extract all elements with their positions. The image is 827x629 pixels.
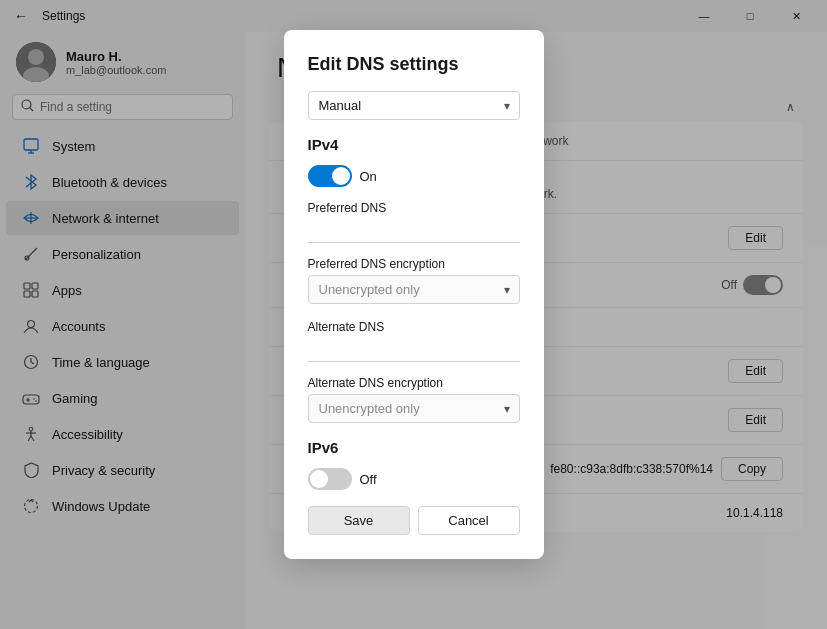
ipv6-section-label: IPv6 [308, 439, 520, 456]
ipv4-section-label: IPv4 [308, 136, 520, 153]
dialog-title: Edit DNS settings [308, 54, 520, 75]
ipv6-toggle[interactable] [308, 468, 352, 490]
ipv6-toggle-label: Off [360, 472, 377, 487]
alternate-dns-enc-dropdown[interactable]: Unencrypted only [308, 394, 520, 423]
alternate-dns-enc-wrapper: Unencrypted only [308, 394, 520, 423]
preferred-dns-enc-wrapper: Unencrypted only [308, 275, 520, 304]
dns-mode-dropdown[interactable]: Manual Automatic (DHCP) [308, 91, 520, 120]
alternate-dns-input[interactable] [308, 338, 520, 362]
ipv4-toggle[interactable] [308, 165, 352, 187]
ipv6-toggle-row: Off [308, 468, 520, 490]
preferred-dns-input[interactable] [308, 219, 520, 243]
dns-mode-dropdown-wrapper: Manual Automatic (DHCP) [308, 91, 520, 120]
edit-dns-dialog: Edit DNS settings Manual Automatic (DHCP… [284, 30, 544, 559]
preferred-dns-label: Preferred DNS [308, 201, 520, 215]
save-button[interactable]: Save [308, 506, 410, 535]
dialog-overlay: Edit DNS settings Manual Automatic (DHCP… [0, 0, 827, 629]
ipv4-toggle-label: On [360, 169, 377, 184]
cancel-button[interactable]: Cancel [418, 506, 520, 535]
dialog-actions: Save Cancel [308, 506, 520, 535]
ipv4-toggle-row: On [308, 165, 520, 187]
alternate-dns-enc-label: Alternate DNS encryption [308, 376, 520, 390]
alternate-dns-label: Alternate DNS [308, 320, 520, 334]
preferred-dns-enc-label: Preferred DNS encryption [308, 257, 520, 271]
preferred-dns-enc-dropdown[interactable]: Unencrypted only [308, 275, 520, 304]
